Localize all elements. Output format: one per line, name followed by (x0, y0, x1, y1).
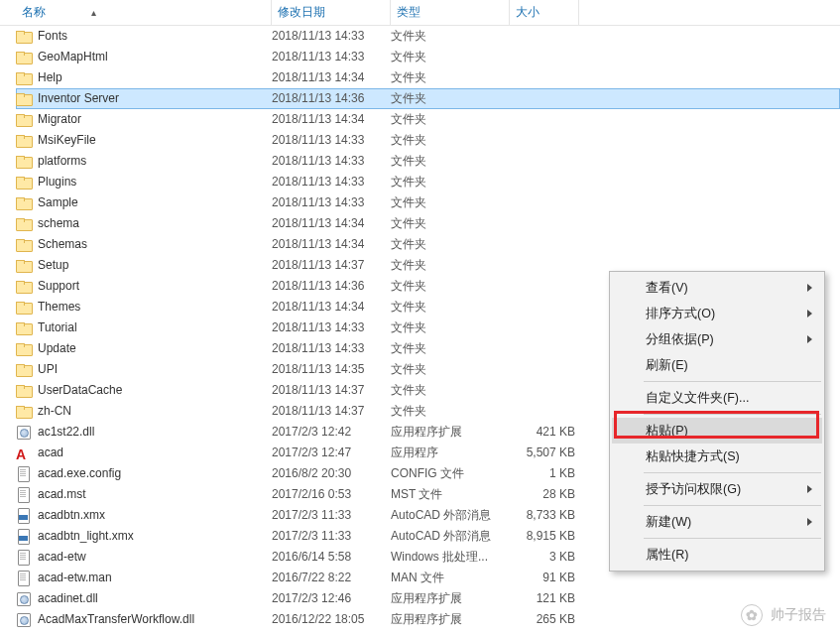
column-header: 名称 ▴ 修改日期 类型 大小 (0, 0, 840, 26)
file-type: 文件夹 (391, 276, 510, 297)
file-date: 2018/11/13 14:36 (272, 88, 391, 109)
file-row[interactable]: Inventor Server2018/11/13 14:36文件夹 (16, 88, 840, 109)
ctx-separator (644, 414, 821, 415)
ctx-separator (644, 381, 821, 382)
watermark: ✿ 帅子报告 (741, 604, 826, 626)
file-row[interactable]: acadinet.dll2017/2/3 12:46应用程序扩展121 KB (16, 588, 840, 609)
file-row[interactable]: platforms2018/11/13 14:33文件夹 (16, 151, 840, 172)
file-date: 2017/2/3 12:46 (272, 588, 391, 609)
ctx-group[interactable]: 分组依据(P) (612, 326, 822, 352)
ctx-properties[interactable]: 属性(R) (612, 542, 822, 568)
file-size: 8,733 KB (510, 505, 579, 526)
file-row[interactable]: AcadMaxTransferWorkflow.dll2016/12/22 18… (16, 609, 840, 630)
file-name: Schemas (38, 234, 87, 255)
file-date: 2018/11/13 14:34 (272, 297, 391, 318)
folder-icon (16, 216, 32, 232)
file-type: 文件夹 (391, 151, 510, 172)
file-row[interactable]: Migrator2018/11/13 14:34文件夹 (16, 109, 840, 130)
ctx-refresh[interactable]: 刷新(E) (612, 352, 822, 378)
folder-icon (16, 112, 32, 128)
folder-icon (16, 300, 32, 316)
file-name: schema (38, 213, 79, 234)
ctx-paste[interactable]: 粘贴(P) (612, 418, 822, 444)
file-type: 应用程序扩展 (391, 422, 510, 443)
file-date: 2016/7/22 8:22 (272, 568, 391, 588)
file-type: 文件夹 (391, 401, 510, 422)
file-date: 2018/11/13 14:34 (272, 67, 391, 88)
file-name: UserDataCache (38, 380, 122, 401)
column-date[interactable]: 修改日期 (272, 0, 391, 25)
ctx-grant[interactable]: 授予访问权限(G) (612, 476, 822, 502)
file-icon (16, 466, 32, 482)
ctx-group-label: 分组依据(P) (646, 331, 714, 348)
file-date: 2017/2/3 12:42 (272, 422, 391, 443)
file-date: 2018/11/13 14:36 (272, 276, 391, 297)
folder-icon (16, 258, 32, 274)
file-name: acad.exe.config (38, 463, 121, 484)
ctx-sort-label: 排序方式(O) (646, 306, 715, 322)
file-date: 2016/6/14 5:58 (272, 547, 391, 568)
file-type: 文件夹 (391, 213, 510, 234)
file-row[interactable]: Schemas2018/11/13 14:34文件夹 (16, 234, 840, 255)
file-icon (16, 550, 32, 566)
folder-icon (16, 320, 32, 336)
file-name: MsiKeyFile (38, 130, 96, 151)
file-type: 文件夹 (391, 234, 510, 255)
ctx-new[interactable]: 新建(W) (612, 509, 822, 535)
file-name: Fonts (38, 26, 67, 47)
file-name: acad-etw (38, 547, 86, 568)
xmx-icon (16, 508, 32, 524)
file-type: 文件夹 (391, 338, 510, 359)
file-row[interactable]: Help2018/11/13 14:34文件夹 (16, 67, 840, 88)
file-icon (16, 487, 32, 503)
ctx-view[interactable]: 查看(V) (612, 275, 822, 301)
file-name: Support (38, 276, 79, 297)
folder-icon (16, 404, 32, 420)
file-row[interactable]: schema2018/11/13 14:34文件夹 (16, 213, 840, 234)
file-size: 8,915 KB (510, 526, 579, 547)
column-name[interactable]: 名称 ▴ (16, 0, 272, 25)
file-date: 2018/11/13 14:33 (272, 26, 391, 47)
file-row[interactable]: GeoMapHtml2018/11/13 14:33文件夹 (16, 47, 840, 67)
file-date: 2017/2/3 11:33 (272, 526, 391, 547)
file-name: zh-CN (38, 401, 71, 422)
file-name: acadbtn_light.xmx (38, 526, 134, 547)
file-row[interactable]: Plugins2018/11/13 14:33文件夹 (16, 172, 840, 192)
file-size: 265 KB (510, 609, 579, 630)
file-icon (16, 571, 32, 586)
folder-icon (16, 175, 32, 191)
ctx-paste-shortcut[interactable]: 粘贴快捷方式(S) (612, 444, 822, 469)
ctx-refresh-label: 刷新(E) (646, 357, 688, 374)
file-date: 2018/11/13 14:33 (272, 130, 391, 151)
file-row[interactable]: MsiKeyFile2018/11/13 14:33文件夹 (16, 130, 840, 151)
folder-icon (16, 237, 32, 253)
file-date: 2018/11/13 14:37 (272, 255, 391, 276)
file-type: MAN 文件 (391, 568, 510, 588)
file-row[interactable]: Sample2018/11/13 14:33文件夹 (16, 192, 840, 213)
folder-icon (16, 279, 32, 295)
file-name: platforms (38, 151, 86, 172)
file-type: 文件夹 (391, 318, 510, 338)
file-type: 文件夹 (391, 359, 510, 380)
column-size[interactable]: 大小 (510, 0, 579, 25)
file-size: 121 KB (510, 588, 579, 609)
file-type: 文件夹 (391, 88, 510, 109)
ctx-separator (644, 505, 821, 506)
file-name: Tutorial (38, 318, 77, 338)
folder-icon (16, 91, 32, 107)
file-date: 2016/8/2 20:30 (272, 463, 391, 484)
ctx-customize[interactable]: 自定义文件夹(F)... (612, 385, 822, 411)
ctx-grant-label: 授予访问权限(G) (646, 481, 741, 498)
dll-icon (16, 612, 32, 628)
file-row[interactable]: Fonts2018/11/13 14:33文件夹 (16, 26, 840, 47)
file-date: 2018/11/13 14:33 (272, 172, 391, 192)
file-type: 文件夹 (391, 67, 510, 88)
column-type[interactable]: 类型 (391, 0, 510, 25)
ctx-sort[interactable]: 排序方式(O) (612, 301, 822, 326)
file-name: acadbtn.xmx (38, 505, 105, 526)
file-type: AutoCAD 外部消息 (391, 526, 510, 547)
file-date: 2018/11/13 14:37 (272, 380, 391, 401)
dll-icon (16, 425, 32, 441)
file-name: UPI (38, 359, 58, 380)
ctx-paste-label: 粘贴(P) (646, 423, 688, 440)
